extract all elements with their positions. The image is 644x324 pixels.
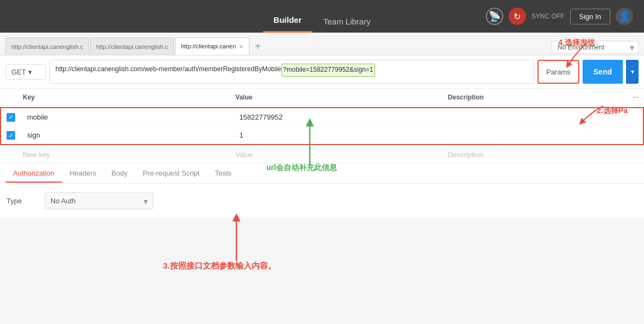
url-plain[interactable]: http://clientapi.canenglish.com/web-memb…: [55, 64, 282, 76]
env-selector[interactable]: No Environment: [552, 41, 639, 54]
table-row-mobile: ✓ mobile 15822779952 ✓ sign: [0, 106, 644, 147]
param-key-sign[interactable]: sign: [21, 126, 233, 145]
sync-label: SYNC OFF: [532, 13, 565, 20]
type-label: Type: [7, 197, 34, 205]
header: Builder Team Library 📡 ↻ SYNC OFF Sign I…: [0, 0, 644, 33]
request-bar: GET ▾ http://clientapi.canenglish.com/we…: [0, 55, 644, 89]
tab-close-icon[interactable]: ×: [239, 42, 243, 51]
tab-authorization[interactable]: Authorization: [5, 165, 62, 183]
env-wrapper: No Environment ▾: [552, 41, 639, 54]
arrow-step3: [223, 212, 250, 266]
col-value-header: Value: [229, 89, 441, 106]
url-tab-3-active[interactable]: http://clientapi.canen ×: [175, 38, 249, 55]
add-tab-button[interactable]: +: [251, 38, 266, 55]
method-select[interactable]: GET ▾: [5, 64, 46, 80]
param-value-mobile[interactable]: 15822779952: [233, 108, 445, 126]
col-checkbox: [0, 89, 16, 106]
header-right: 📡 ↻ SYNC OFF Sign In 👤: [486, 8, 633, 25]
bottom-tabs-bar: Authorization Headers Body Pre-request S…: [0, 163, 644, 184]
tab-builder[interactable]: Builder: [262, 11, 312, 33]
param-desc-mobile[interactable]: [445, 108, 627, 126]
col-dots: ···: [627, 89, 644, 106]
user-avatar: 👤: [616, 8, 633, 25]
params-section: Key Value Description ··· ✓ mobile 158: [0, 89, 644, 163]
new-desc-cell[interactable]: Description: [441, 146, 627, 163]
auth-select-wrapper: No Auth ▾: [45, 192, 153, 209]
auth-type-select[interactable]: No Auth: [45, 192, 153, 209]
tab-team-library[interactable]: Team Library: [312, 13, 382, 33]
param-row-sign: ✓ sign 1: [1, 126, 643, 145]
tab-body[interactable]: Body: [104, 165, 135, 183]
annotation-step3: 3.按照接口文档参数输入内容。: [163, 261, 276, 271]
url-params: ?mobile=15822779952&sign=1: [282, 64, 375, 77]
send-dropdown-button[interactable]: ▾: [626, 60, 639, 84]
param-key-mobile[interactable]: mobile: [21, 108, 233, 126]
col-desc-header: Description: [441, 89, 627, 106]
params-button[interactable]: Params: [537, 60, 579, 84]
checkbox-mobile[interactable]: ✓: [7, 113, 15, 122]
method-dropdown-icon: ▾: [28, 68, 32, 76]
new-value-cell[interactable]: Value: [229, 146, 441, 163]
url-input-wrapper: http://clientapi.canenglish.com/web-memb…: [49, 60, 534, 84]
param-value-sign[interactable]: 1: [233, 126, 445, 145]
sign-in-button[interactable]: Sign In: [570, 9, 610, 24]
tab-prerequest[interactable]: Pre-request Script: [135, 165, 208, 183]
col-key-header: Key: [16, 89, 229, 106]
checkbox-cell-mobile: ✓: [1, 108, 21, 126]
new-key-row: New key Value Description: [0, 146, 644, 163]
tab-headers[interactable]: Headers: [62, 165, 104, 183]
checkbox-cell-sign: ✓: [1, 126, 21, 145]
param-desc-sign[interactable]: [445, 126, 627, 145]
send-button[interactable]: Send: [583, 60, 623, 84]
header-tabs: Builder Team Library: [262, 0, 381, 33]
params-table: Key Value Description ··· ✓ mobile 158: [0, 89, 644, 163]
auth-section: Type No Auth ▾: [0, 184, 644, 218]
new-key-cell[interactable]: New key: [16, 146, 229, 163]
tab-tests[interactable]: Tests: [207, 165, 239, 183]
sync-icon: ↻: [509, 8, 526, 25]
satellite-icon: 📡: [486, 8, 503, 25]
url-tab-1[interactable]: http://clientapi.canenglish.c: [5, 38, 89, 55]
url-tab-2[interactable]: http://clientapi.canenglish.c: [90, 38, 174, 55]
param-row-mobile: ✓ mobile 15822779952: [1, 108, 643, 126]
tabs-bar: http://clientapi.canenglish.c http://cli…: [0, 33, 644, 55]
checkbox-sign[interactable]: ✓: [7, 131, 15, 140]
